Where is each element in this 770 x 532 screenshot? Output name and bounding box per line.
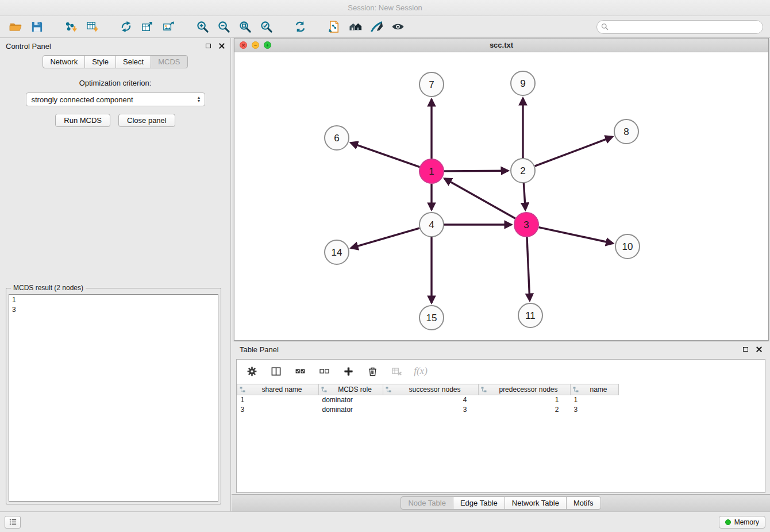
zoom-in-button[interactable] — [194, 19, 211, 35]
zoom-fit-button[interactable] — [236, 19, 253, 35]
float-panel-icon[interactable] — [206, 44, 211, 48]
table-cell[interactable]: 4 — [383, 395, 479, 405]
table-panel-header: Table Panel — [232, 342, 770, 357]
edge-3-1[interactable] — [445, 179, 515, 218]
gear-icon — [247, 366, 257, 377]
edge-1-2[interactable] — [444, 171, 508, 171]
show-column-button[interactable] — [269, 364, 283, 378]
tab-edge-table[interactable]: Edge Table — [453, 496, 505, 510]
refresh-icon — [294, 20, 307, 33]
tab-style[interactable]: Style — [84, 55, 116, 68]
mcds-result-list[interactable]: 13 — [9, 294, 218, 502]
control-panel-header: Control Panel — [0, 38, 230, 54]
column-header-successor-nodes[interactable]: successor nodes — [383, 384, 479, 395]
paint-style-button[interactable] — [368, 19, 385, 35]
apply-layout-button[interactable] — [291, 19, 309, 35]
table-row[interactable]: 3dominator323 — [237, 405, 619, 415]
column-header-name[interactable]: name — [571, 384, 619, 395]
tab-mcds[interactable]: MCDS — [151, 55, 187, 68]
table-cell[interactable]: 1 — [237, 395, 319, 405]
table-arrow-icon — [141, 20, 154, 33]
node-1[interactable]: 1 — [419, 159, 444, 183]
table-cell[interactable]: 3 — [383, 405, 479, 415]
status-list-button[interactable] — [5, 516, 21, 529]
close-table-panel-icon[interactable] — [756, 346, 762, 352]
edge-4-14[interactable] — [351, 228, 419, 248]
unselect-all-columns-button[interactable] — [317, 364, 331, 378]
column-header-shared-name[interactable]: shared name — [237, 384, 319, 395]
close-panel-icon[interactable] — [219, 43, 225, 49]
tab-network-table[interactable]: Network Table — [505, 496, 567, 510]
edge-1-6[interactable] — [351, 143, 420, 167]
edge-2-8[interactable] — [535, 137, 613, 166]
close-window-icon[interactable] — [240, 41, 247, 49]
search-container — [596, 20, 763, 34]
tab-motifs[interactable]: Motifs — [566, 496, 601, 510]
table-cell[interactable]: 3 — [237, 405, 319, 415]
float-table-panel-icon[interactable] — [743, 347, 748, 352]
table-cell[interactable]: 2 — [479, 405, 571, 415]
node-9[interactable]: 9 — [511, 71, 535, 95]
node-3[interactable]: 3 — [514, 213, 538, 237]
node-14[interactable]: 14 — [325, 240, 349, 264]
open-session-button[interactable] — [7, 19, 24, 35]
home-button[interactable] — [346, 19, 364, 35]
import-network-button[interactable] — [62, 19, 79, 35]
node-11[interactable]: 11 — [518, 303, 542, 327]
column-header-predecessor-nodes[interactable]: predecessor nodes — [479, 384, 571, 395]
node-7[interactable]: 7 — [419, 72, 444, 97]
delete-column-button[interactable] — [365, 364, 379, 378]
run-mcds-button[interactable]: Run MCDS — [55, 114, 110, 127]
tab-node-table[interactable]: Node Table — [401, 496, 453, 510]
network-window-titlebar[interactable]: scc.txt — [234, 38, 768, 52]
zoom-out-button[interactable] — [215, 19, 232, 35]
column-header-mcds-role[interactable]: MCDS role — [319, 384, 383, 395]
table-cell[interactable]: dominator — [319, 395, 383, 405]
table-cell[interactable]: 1 — [479, 395, 571, 405]
node-8[interactable]: 8 — [614, 119, 638, 144]
criterion-select[interactable]: strongly connected component — [26, 92, 205, 106]
window-titlebar[interactable]: Session: New Session — [0, 0, 770, 16]
sel-none-icon — [319, 366, 330, 377]
node-4[interactable]: 4 — [419, 213, 444, 237]
edge-3-11[interactable] — [527, 237, 530, 300]
save-session-button[interactable] — [28, 19, 45, 35]
memory-button[interactable]: Memory — [719, 516, 765, 529]
node-6[interactable]: 6 — [325, 126, 349, 150]
svg-text:14: 14 — [332, 247, 342, 258]
table-cell[interactable]: dominator — [319, 405, 383, 415]
search-input[interactable] — [596, 20, 763, 34]
node-2[interactable]: 2 — [511, 159, 535, 183]
import-table-button[interactable] — [83, 19, 101, 35]
select-all-columns-button[interactable] — [293, 364, 307, 378]
table-mode-button[interactable] — [245, 364, 259, 378]
table-cell[interactable]: 3 — [571, 405, 619, 415]
column-label: shared name — [261, 385, 302, 394]
home-icon — [349, 20, 362, 33]
table-row[interactable]: 1dominator411 — [237, 395, 619, 405]
show-details-button[interactable] — [389, 19, 406, 35]
tab-network[interactable]: Network — [43, 55, 85, 68]
export-image-button[interactable] — [160, 19, 177, 35]
edge-2-3[interactable] — [523, 183, 525, 210]
close-mcds-panel-button[interactable]: Close panel — [118, 114, 175, 127]
table-panel: Table Panel f(x) shared nameMCDS rolesuc… — [232, 342, 770, 511]
tree-icon — [239, 386, 246, 393]
create-column-button[interactable] — [341, 364, 355, 378]
page-net-icon — [328, 20, 341, 33]
svg-text:4: 4 — [429, 219, 434, 230]
zoom-window-icon[interactable] — [264, 41, 271, 49]
table-cell[interactable]: 1 — [571, 395, 619, 405]
status-bar: Memory — [0, 511, 770, 532]
export-network-button[interactable] — [117, 19, 134, 35]
network-overview-button[interactable] — [325, 19, 342, 35]
edge-3-10[interactable] — [539, 228, 613, 244]
toolbar-separator — [49, 26, 58, 27]
zoom-selected-button[interactable] — [257, 19, 275, 35]
minimize-window-icon[interactable] — [252, 41, 259, 49]
export-table-button[interactable] — [138, 19, 156, 35]
node-10[interactable]: 10 — [615, 234, 640, 259]
node-15[interactable]: 15 — [419, 306, 444, 330]
network-canvas[interactable]: 7968124314101511 — [234, 52, 768, 340]
tab-select[interactable]: Select — [116, 55, 151, 68]
